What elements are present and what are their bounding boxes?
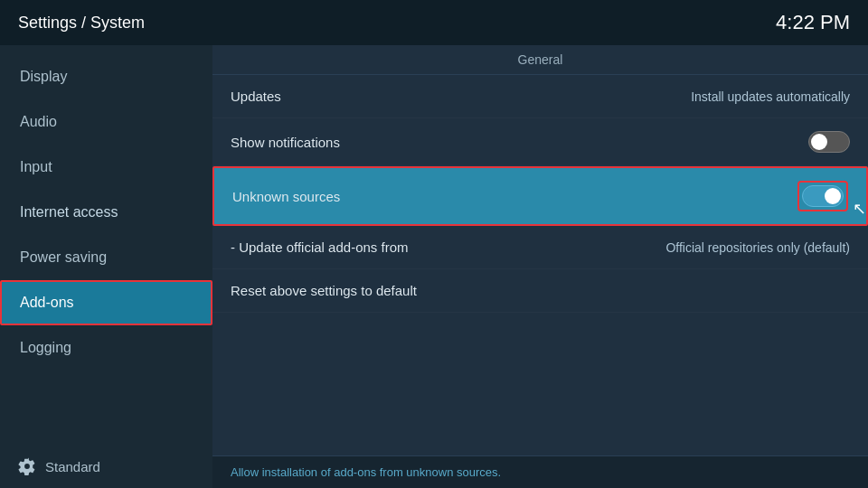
clock: 4:22 PM xyxy=(776,11,850,34)
sidebar-item-input[interactable]: Input xyxy=(0,145,212,190)
sidebar-item-audio[interactable]: Audio xyxy=(0,99,212,145)
settings-row-update-official[interactable]: - Update official add-ons from Official … xyxy=(212,226,868,269)
header: Settings / System 4:22 PM xyxy=(0,0,868,45)
settings-row-unknown-sources[interactable]: Unknown sources ↖ xyxy=(212,166,868,226)
sidebar-item-logging[interactable]: Logging xyxy=(0,325,212,371)
sidebar-item-add-ons[interactable]: Add-ons xyxy=(0,280,212,325)
status-bar: Allow installation of add-ons from unkno… xyxy=(212,455,868,488)
unknown-sources-label: Unknown sources xyxy=(232,189,340,204)
cursor-icon: ↖ xyxy=(853,199,866,219)
update-official-label: - Update official add-ons from xyxy=(231,239,409,255)
sidebar-item-power-saving[interactable]: Power saving xyxy=(0,235,212,280)
updates-label: Updates xyxy=(231,89,281,104)
section-header: General xyxy=(212,45,868,75)
gear-icon xyxy=(18,457,36,475)
updates-value: Install updates automatically xyxy=(691,89,850,104)
sidebar-item-display[interactable]: Display xyxy=(0,54,212,99)
settings-list: Updates Install updates automatically Sh… xyxy=(212,75,868,455)
sidebar-footer[interactable]: Standard xyxy=(0,445,212,488)
show-notifications-label: Show notifications xyxy=(231,135,340,150)
settings-row-updates[interactable]: Updates Install updates automatically xyxy=(212,75,868,118)
status-text: Allow installation of add-ons from unkno… xyxy=(231,465,501,479)
update-official-value: Official repositories only (default) xyxy=(665,240,850,255)
settings-row-reset[interactable]: Reset above settings to default xyxy=(212,269,868,313)
page-title: Settings / System xyxy=(18,14,145,33)
reset-label: Reset above settings to default xyxy=(231,283,417,298)
profile-label: Standard xyxy=(45,459,100,474)
sidebar: Display Audio Input Internet access Powe… xyxy=(0,45,212,488)
unknown-sources-toggle[interactable] xyxy=(802,185,844,207)
show-notifications-toggle[interactable] xyxy=(808,131,850,153)
toggle-highlighted-box xyxy=(797,181,848,211)
settings-row-show-notifications[interactable]: Show notifications xyxy=(212,118,868,166)
sidebar-item-internet-access[interactable]: Internet access xyxy=(0,190,212,235)
content-area: General Updates Install updates automati… xyxy=(212,45,868,488)
